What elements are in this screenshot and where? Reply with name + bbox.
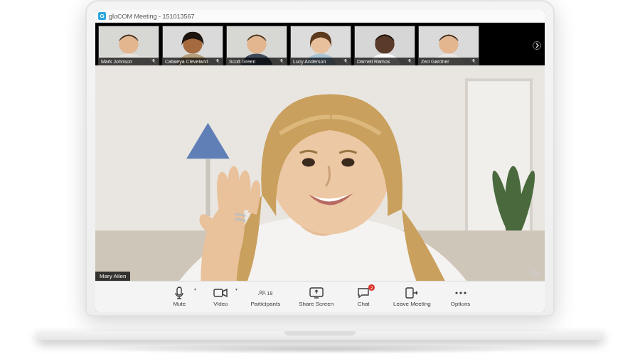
active-speaker-label: Mary Allen [95,272,130,281]
participant-thumbnail[interactable]: Darnell Ramos [354,26,415,65]
participant-thumbnail[interactable]: Scott Green [226,26,287,65]
toolbar-label: Mute [173,301,186,307]
video-button[interactable]: ▾ Video [206,285,235,309]
laptop-base [36,331,604,355]
participant-thumbnail[interactable]: Lucy Anderson [290,26,351,65]
share-screen-icon [309,287,324,299]
participant-thumbnail[interactable]: Cataleya Cleveland [162,26,223,65]
participant-label: Cataleya Cleveland [163,58,223,65]
titlebar: G gloCOM Meeting - 151013567 [95,10,545,23]
camera-icon [213,287,228,299]
svg-point-13 [533,42,541,50]
mic-muted-icon [215,58,220,64]
toolbar-label: Participants [250,301,280,307]
leave-icon [405,287,419,299]
svg-point-34 [455,291,457,294]
toolbar-label: Chat [358,301,370,307]
toolbar-label: Share Screen [299,301,334,307]
mic-muted-icon [343,58,348,64]
toolbar-label: Video [213,301,228,307]
svg-point-35 [459,291,462,294]
svg-rect-20 [206,159,210,216]
svg-rect-28 [536,274,540,277]
svg-rect-33 [406,288,413,298]
participant-thumbnail[interactable]: Mark Johnson [98,26,159,65]
svg-rect-26 [536,269,540,272]
thumbnails-scroll-right-button[interactable] [532,26,542,65]
app-window: G gloCOM Meeting - 151013567 Mark Johnso… [95,10,545,312]
chevron-right-icon [533,41,541,50]
mic-icon [172,287,186,299]
mic-muted-icon [151,58,156,64]
window-title: gloCOM Meeting - 151013567 [109,13,195,20]
participant-label: Darnell Ramos [355,58,415,65]
laptop-bezel: G gloCOM Meeting - 151013567 Mark Johnso… [85,0,555,316]
participant-count: 18 [267,291,272,296]
share-screen-button[interactable]: Share Screen [296,285,336,309]
toolbar: ▾ Mute ▾ Video 18 [95,281,545,312]
participants-button[interactable]: 18 Participants [247,285,283,309]
svg-rect-29 [214,289,223,296]
toolbar-label: Options [451,301,471,307]
svg-point-30 [260,291,262,293]
mic-muted-icon [279,58,284,64]
svg-point-23 [302,158,315,166]
options-button[interactable]: Options [447,285,475,309]
grid-icon [530,269,540,277]
video-area: Mark Johnson Cataleya Cleveland [95,23,545,281]
participant-label: Lucy Anderson [291,58,351,65]
participant-label: Mark Johnson [99,58,159,65]
svg-point-36 [464,291,466,294]
mute-button[interactable]: ▾ Mute [165,285,193,309]
chat-badge: 2 [368,284,375,291]
app-logo-icon: G [98,12,106,20]
participant-label: Zed Gardner [419,58,479,65]
mic-muted-icon [407,58,412,64]
leave-meeting-button[interactable]: Leave Meeting [390,285,433,309]
thumbnail-strip: Mark Johnson Cataleya Cleveland [95,23,545,65]
svg-rect-25 [530,269,535,272]
active-speaker-video[interactable]: Mary Allen [95,65,545,281]
grid-view-button[interactable] [529,268,542,278]
chevron-down-icon: ▾ [194,287,196,291]
svg-point-31 [263,291,265,293]
laptop-shell: G gloCOM Meeting - 151013567 Mark Johnso… [85,0,555,341]
participant-label: Scott Green [227,58,287,65]
participant-thumbnail[interactable]: Zed Gardner [418,26,479,65]
toolbar-label: Leave Meeting [393,301,430,307]
svg-rect-27 [530,274,535,277]
mic-muted-icon [471,58,476,64]
more-icon [454,287,468,299]
svg-point-24 [341,158,354,166]
participants-icon: 18 [258,287,272,299]
chevron-down-icon: ▾ [235,287,238,291]
chat-button[interactable]: 2 Chat [349,285,378,309]
